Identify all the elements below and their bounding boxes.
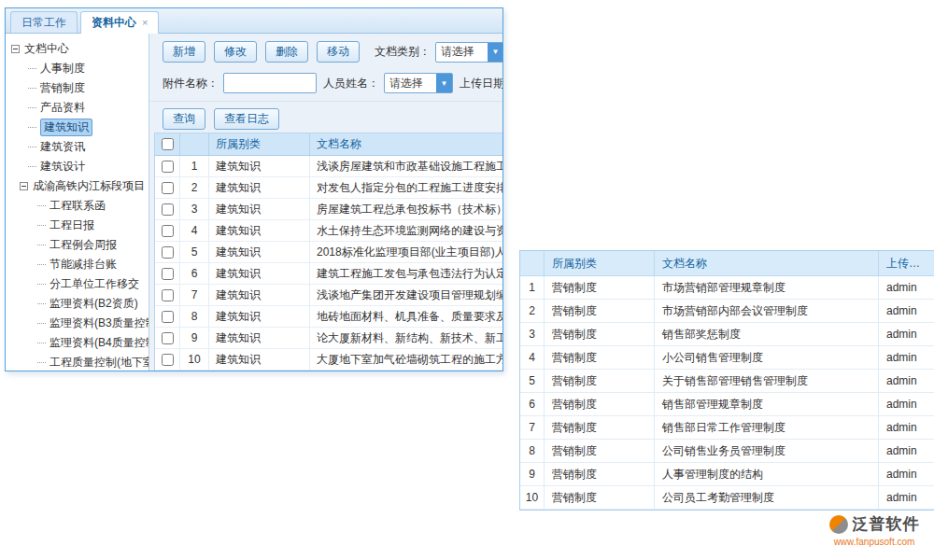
tab-data-center-label: 资料中心 (92, 16, 136, 29)
tree-node[interactable]: 监理资料(B4质量控制) (6, 333, 149, 353)
toolbar-divider (149, 101, 502, 102)
collapse-icon[interactable] (20, 182, 28, 190)
row-doc-name: 房屋建筑工程总承包投标书（技术标）... (310, 199, 502, 219)
row-doc-name: 地砖地面材料、机具准备、质量要求及... (310, 306, 502, 327)
tree-node[interactable]: 建筑资讯 (6, 137, 149, 157)
row-checkbox[interactable] (162, 332, 174, 344)
tree-node[interactable]: 文档中心 (6, 39, 149, 59)
table-row[interactable]: 10 建筑知识 大厦地下室加气砼墙砌筑工程的施工方... (155, 349, 502, 371)
chevron-down-icon: ▼ (488, 43, 502, 62)
row-checkbox[interactable] (162, 268, 174, 280)
tree-connector-line (28, 107, 36, 108)
tree-node[interactable]: 分工单位工作移交 (6, 274, 149, 294)
row-index: 6 (520, 393, 545, 415)
tree-node-label: 工程日报 (50, 217, 94, 233)
row-category: 营销制度 (545, 416, 655, 439)
tree-node-label: 监理资料(B2资质) (50, 296, 138, 312)
row-doc-name: 2018标准化监理项目部(业主项目部)人员... (310, 242, 502, 262)
tree-node-label: 分工单位工作移交 (50, 276, 139, 292)
doc-category-select[interactable]: 请选择 ▼ (435, 42, 502, 63)
table-row[interactable]: 6 建筑知识 建筑工程施工发包与承包违法行为认定... (155, 263, 502, 285)
person-name-select[interactable]: 请选择 ▼ (384, 73, 453, 93)
tree-node[interactable]: 工程日报 (6, 216, 149, 235)
table-row[interactable]: 1 建筑知识 浅谈房屋建筑和市政基础设施工程施工... (155, 156, 502, 177)
row-checkbox[interactable] (162, 289, 174, 301)
tab-daily-work[interactable]: 日常工作 (10, 11, 78, 33)
row-category: 营销制度 (545, 323, 655, 345)
row-checkbox[interactable] (162, 182, 174, 194)
query-button[interactable]: 查询 (163, 108, 205, 130)
table-row[interactable]: 9 建筑知识 论大厦新材料、新结构、新技术、新工... (155, 328, 502, 349)
table-row[interactable]: 6 营销制度 销售部管理规章制度 admin (520, 393, 934, 416)
tree-node[interactable]: 建筑设计 (6, 157, 149, 176)
row-checkbox[interactable] (162, 311, 174, 323)
add-button[interactable]: 新增 (163, 41, 205, 63)
row-checkbox[interactable] (162, 354, 174, 366)
tree-node[interactable]: 工程质量控制(地下室) (6, 353, 149, 371)
tree-node[interactable]: 工程联系函 (6, 196, 149, 216)
tree-node[interactable]: 监理资料(B3质量控制) (6, 314, 149, 333)
main-area: 新增 修改 删除 移动 文档类别： 请选择 ▼ 文档 附件名称： 人员姓名： (149, 34, 502, 371)
table-row[interactable]: 9 营销制度 人事管理制度的结构 admin (520, 463, 934, 486)
row-category: 营销制度 (545, 486, 655, 509)
tree-node[interactable]: 产品资料 (6, 98, 149, 118)
select-all-checkbox[interactable] (162, 138, 174, 150)
toolbar-row-query: 查询 查看日志 (163, 108, 502, 130)
table-row[interactable]: 4 建筑知识 水土保持生态环境监测网络的建设与资... (155, 220, 502, 242)
tree-node[interactable]: 监理资料(B2资质) (6, 294, 149, 314)
tab-close-icon[interactable]: × (142, 17, 148, 28)
view-log-button[interactable]: 查看日志 (214, 108, 279, 130)
modify-button[interactable]: 修改 (214, 41, 257, 63)
attachment-name-input[interactable] (223, 73, 317, 93)
tree-connector-line (37, 323, 46, 324)
tree-connector-line (28, 127, 36, 128)
doc-category-label: 文档类别： (375, 44, 431, 60)
tree-node[interactable]: 营销制度 (6, 78, 149, 98)
row-uploader: admin (879, 486, 934, 509)
tree-node[interactable]: 成渝高铁内江标段项目 (6, 176, 149, 196)
tree-node-label: 营销制度 (40, 80, 85, 96)
table-row[interactable]: 2 建筑知识 对发包人指定分包的工程施工进度安排... (155, 177, 502, 199)
tree-node-label: 节能减排台账 (50, 257, 117, 273)
attachment-name-label: 附件名称： (163, 76, 219, 91)
row-doc-name: 市场营销部内部会议管理制度 (655, 300, 879, 322)
table-row[interactable]: 7 营销制度 销售部日常工作管理制度 admin (520, 416, 934, 440)
table-row[interactable]: 10 营销制度 公司员工考勤管理制度 admin (520, 486, 934, 510)
table-row[interactable]: 1 营销制度 市场营销部管理规章制度 admin (520, 276, 934, 300)
collapse-icon[interactable] (11, 45, 20, 53)
tab-bar: 日常工作 资料中心× (6, 8, 502, 34)
header-doc-name: 文档名称 (655, 251, 879, 275)
tree-connector-line (37, 205, 46, 206)
table-row[interactable]: 3 建筑知识 房屋建筑工程总承包投标书（技术标）... (155, 199, 502, 220)
row-index: 10 (520, 486, 545, 509)
tree-node[interactable]: 工程例会周报 (6, 235, 149, 255)
tab-data-center[interactable]: 资料中心× (80, 11, 159, 34)
row-index: 4 (180, 220, 209, 241)
table-row[interactable]: 4 营销制度 小公司销售管理制度 admin (520, 346, 934, 370)
table-row[interactable]: 7 建筑知识 浅谈地产集团开发建设项目管理规划编... (155, 285, 502, 306)
row-checkbox[interactable] (162, 246, 174, 259)
row-uploader: admin (879, 440, 934, 462)
table-row[interactable]: 3 营销制度 销售部奖惩制度 admin (520, 323, 934, 346)
row-checkbox[interactable] (162, 203, 174, 216)
tree-node[interactable]: 人事制度 (6, 59, 149, 78)
row-category: 营销制度 (545, 346, 655, 369)
tree-node-label: 产品资料 (40, 100, 85, 116)
row-doc-name: 销售部管理规章制度 (655, 393, 879, 415)
tree-node-label: 工程质量控制(地下室) (50, 355, 149, 371)
table-row[interactable]: 2 营销制度 市场营销部内部会议管理制度 admin (520, 300, 934, 323)
tree-node-label: 文档中心 (24, 41, 69, 57)
tree-node[interactable]: 建筑知识 (6, 118, 149, 137)
table-row[interactable]: 8 营销制度 公司销售业务员管理制度 admin (520, 440, 934, 463)
move-button[interactable]: 移动 (317, 41, 360, 63)
table-row[interactable]: 5 营销制度 关于销售部管理销售管理制度 admin (520, 370, 934, 393)
delete-button[interactable]: 删除 (265, 41, 308, 63)
tree-node[interactable]: 节能减排台账 (6, 255, 149, 274)
brand-url[interactable]: www.fanpusoft.com (816, 537, 932, 547)
row-checkbox[interactable] (162, 225, 174, 237)
documents-table: 所属别类 文档名称 1 建筑知识 浅谈房屋建筑和市政基础设施工程施工... 2 … (154, 133, 502, 371)
row-checkbox[interactable] (162, 161, 174, 173)
tree-connector-line (37, 362, 46, 363)
table-row[interactable]: 5 建筑知识 2018标准化监理项目部(业主项目部)人员... (155, 242, 502, 263)
table-row[interactable]: 8 建筑知识 地砖地面材料、机具准备、质量要求及... (155, 306, 502, 328)
